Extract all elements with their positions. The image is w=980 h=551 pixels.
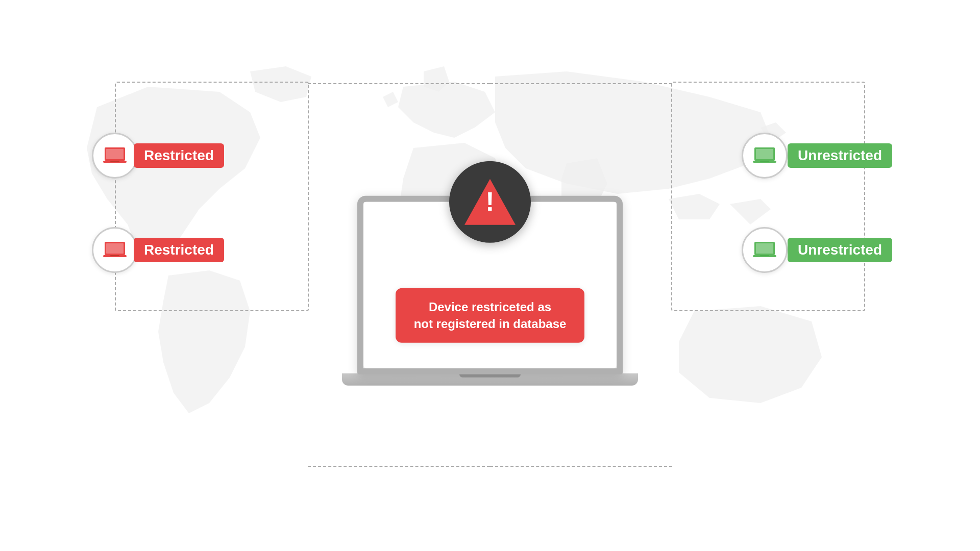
laptop-icon-circle-top-left (92, 133, 138, 179)
warning-circle (449, 161, 531, 243)
node-top-right: Unrestricted (742, 133, 888, 179)
svg-rect-5 (106, 243, 124, 254)
laptop-icon-top-right (752, 143, 777, 168)
svg-rect-11 (760, 161, 769, 162)
message-line2: not registered in database (414, 317, 567, 331)
right-dashed-box (671, 82, 865, 311)
laptop-icon-bottom-left (102, 237, 128, 263)
laptop-screen: Device restriceted as not registered in … (357, 196, 623, 374)
svg-rect-7 (110, 255, 119, 256)
line-bottom-right (490, 466, 672, 467)
center-laptop-container: Device restriceted as not registered in … (342, 196, 638, 386)
laptop-icon-circle-bottom-right (742, 227, 788, 273)
laptop-icon-circle-top-right (742, 133, 788, 179)
node-top-left: Restricted (92, 133, 224, 179)
laptop-icon-bottom-right (752, 237, 777, 263)
restricted-badge-bottom-left: Restricted (134, 238, 224, 262)
unrestricted-badge-top-right: Unrestricted (788, 143, 892, 168)
line-bottom-left (308, 466, 490, 467)
svg-rect-3 (110, 161, 119, 162)
svg-rect-9 (756, 149, 773, 159)
svg-rect-1 (106, 149, 124, 159)
node-bottom-right: Unrestricted (742, 227, 888, 273)
line-top-right (490, 83, 672, 84)
laptop-icon-circle-bottom-left (92, 227, 138, 273)
svg-rect-13 (756, 243, 773, 254)
laptop-icon-top-left (102, 143, 128, 168)
warning-triangle-icon (464, 179, 516, 225)
unrestricted-badge-bottom-right: Unrestricted (788, 238, 892, 262)
message-line1: Device restriceted as (429, 300, 551, 314)
left-dashed-box (115, 82, 309, 311)
device-message-box: Device restriceted as not registered in … (396, 288, 585, 343)
line-top-left (308, 83, 490, 84)
laptop-base (342, 373, 638, 386)
svg-rect-15 (760, 255, 769, 256)
restricted-badge-top-left: Restricted (134, 143, 224, 168)
node-bottom-left: Restricted (92, 227, 224, 273)
